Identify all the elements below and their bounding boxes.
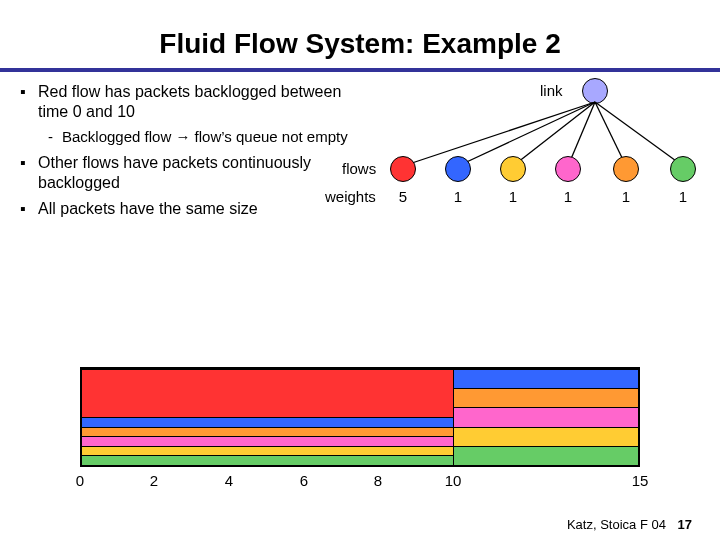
bullet-mark: ▪: [20, 82, 38, 122]
xaxis-tick: 4: [225, 472, 233, 489]
timeline-segment: [82, 455, 453, 465]
xaxis-tick: 10: [445, 472, 462, 489]
timeline-segment: [453, 369, 638, 388]
bullet-3-text: All packets have the same size: [38, 199, 258, 219]
timeline-segment: [82, 369, 453, 417]
xaxis-tick: 15: [632, 472, 649, 489]
timeline-segment: [453, 407, 638, 426]
footer: Katz, Stoica F 04 17: [567, 517, 692, 532]
timeline-segment: [82, 427, 453, 437]
flow-weight-label: 1: [613, 188, 639, 205]
flow-weight-label: 1: [555, 188, 581, 205]
bullet-list: ▪ Red flow has packets backlogged betwee…: [20, 82, 360, 219]
timeline-segment: [82, 446, 453, 456]
flow-node-icon: [390, 156, 416, 182]
sub-bullet-mark: -: [48, 128, 62, 147]
flows-label: flows: [342, 160, 376, 177]
content-area: ▪ Red flow has packets backlogged betwee…: [0, 72, 720, 452]
page-title: Fluid Flow System: Example 2: [0, 0, 720, 68]
footer-credit: Katz, Stoica F 04: [567, 517, 666, 532]
bullet-1-text: Red flow has packets backlogged between …: [38, 82, 360, 122]
bullet-1: ▪ Red flow has packets backlogged betwee…: [20, 82, 360, 122]
xaxis-tick: 2: [150, 472, 158, 489]
svg-line-1: [458, 102, 595, 166]
bullet-3: ▪ All packets have the same size: [20, 199, 360, 219]
flow-node-icon: [500, 156, 526, 182]
network-diagram: link flows weights 511111: [370, 78, 700, 228]
bullet-2-text: Other flows have packets continuously ba…: [38, 153, 360, 193]
bullet-1-sub-text: Backlogged flow → flow’s queue not empty: [62, 128, 348, 147]
bullet-2: ▪ Other flows have packets continuously …: [20, 153, 360, 193]
timeline-segment: [82, 436, 453, 446]
page-number: 17: [678, 517, 692, 532]
bullet-mark: ▪: [20, 153, 38, 193]
weights-label: weights: [325, 188, 376, 205]
timeline-segment: [82, 417, 453, 427]
timeline-chart: 024681015: [80, 367, 640, 492]
timeline-xaxis: 024681015: [80, 468, 640, 492]
xaxis-tick: 6: [300, 472, 308, 489]
bullet-mark: ▪: [20, 199, 38, 219]
flow-weight-label: 5: [390, 188, 416, 205]
flow-node-icon: [555, 156, 581, 182]
flow-weight-label: 1: [445, 188, 471, 205]
timeline-segment: [453, 427, 638, 446]
flow-node-icon: [670, 156, 696, 182]
flow-node-icon: [613, 156, 639, 182]
flow-node-icon: [445, 156, 471, 182]
flow-weight-label: 1: [670, 188, 696, 205]
flow-weight-label: 1: [500, 188, 526, 205]
timeline-segment: [453, 388, 638, 407]
timeline-segment: [453, 446, 638, 465]
flow-lines-icon: [370, 78, 700, 188]
xaxis-tick: 0: [76, 472, 84, 489]
xaxis-tick: 8: [374, 472, 382, 489]
bullet-1-sub: - Backlogged flow → flow’s queue not emp…: [48, 128, 360, 147]
svg-line-5: [595, 102, 683, 166]
timeline-bars: [80, 367, 640, 467]
